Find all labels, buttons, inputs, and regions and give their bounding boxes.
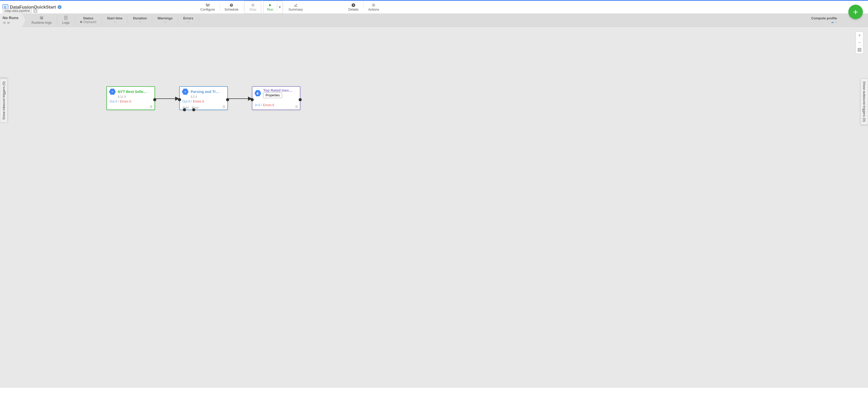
info-circle-icon: i xyxy=(351,3,355,7)
svg-rect-19 xyxy=(859,49,860,51)
node-1-menu-icon[interactable]: ≡ xyxy=(150,105,152,108)
runs-navigator: No Runs ◀ ▶ xyxy=(0,13,22,27)
runtime-args-label: Runtime Args xyxy=(32,21,52,25)
logs-button[interactable]: Logs xyxy=(57,15,75,25)
actions-button[interactable]: Actions xyxy=(364,1,384,13)
node-3-in-port[interactable] xyxy=(251,98,254,101)
node-2-title: Parsing and Tr… xyxy=(191,90,225,94)
document-icon xyxy=(64,16,68,21)
node-source[interactable]: = NYT Best Selle… 0.11.3 Out 0 / Errors … xyxy=(106,86,155,110)
node-2-in-port[interactable] xyxy=(178,98,181,101)
pipeline-canvas[interactable]: + − Show inbound triggers (0) Show outbo… xyxy=(0,27,868,406)
stop-button[interactable]: Stop xyxy=(245,1,261,13)
compute-value: -- xyxy=(835,20,837,24)
status-value: Deployed xyxy=(83,20,96,24)
node-2-out-port[interactable] xyxy=(226,98,229,101)
summary-button[interactable]: Summary xyxy=(284,1,308,13)
svg-point-3 xyxy=(206,4,207,5)
status-label: Status xyxy=(83,16,94,20)
node-3-out-port[interactable] xyxy=(299,98,302,101)
svg-point-4 xyxy=(207,5,208,6)
cloud-icon: ☁ xyxy=(831,20,834,24)
node-3-menu-icon[interactable]: ≡ xyxy=(295,105,298,108)
sliders-icon xyxy=(206,3,210,7)
svg-rect-18 xyxy=(858,48,861,52)
gear-icon xyxy=(371,3,376,7)
no-runs-label: No Runs xyxy=(3,15,20,20)
add-tag-button[interactable]: + xyxy=(33,9,37,13)
svg-marker-8 xyxy=(269,4,272,6)
details-label: Details xyxy=(348,7,359,11)
gcs-icon: = xyxy=(109,88,116,95)
start-time-cell: Start time -- xyxy=(102,15,128,25)
node-1-out-port[interactable] xyxy=(153,98,156,101)
configure-label: Configure xyxy=(200,7,215,11)
chart-icon xyxy=(294,3,298,7)
runtime-args-button[interactable]: M Runtime Args xyxy=(26,15,57,25)
play-icon xyxy=(269,3,272,7)
summary-label: Summary xyxy=(288,7,303,11)
status-bar: No Runs ◀ ▶ M Runtime Args Logs Status D… xyxy=(0,13,868,27)
top-toolbar: E DataFusionQuickStart i cdap-data-pipel… xyxy=(0,0,868,13)
outbound-triggers-tab[interactable]: Show outbound triggers (0) xyxy=(861,79,868,125)
inbound-triggers-tab[interactable]: Show inbound triggers (0) xyxy=(0,79,7,123)
node-1-title: NYT Best Selle… xyxy=(118,90,152,94)
node-3-properties-button[interactable]: Properties xyxy=(263,92,282,98)
details-button[interactable]: i Details xyxy=(344,1,363,13)
node-3-in: In 0 xyxy=(255,103,260,107)
stop-icon xyxy=(251,3,255,7)
bigquery-icon: ◐ xyxy=(254,90,261,97)
zoom-in-button[interactable]: + xyxy=(856,32,863,39)
clock-icon xyxy=(229,3,234,7)
pipeline-type-tag[interactable]: cdap-data-pipeline xyxy=(3,8,32,13)
add-fab-button[interactable]: + xyxy=(848,5,863,19)
wrangler-icon: ⌗ xyxy=(182,88,189,95)
node-2-errors: Errors 0 xyxy=(193,100,204,103)
compute-label: Compute profile xyxy=(811,16,837,20)
zoom-controls: + − xyxy=(856,32,863,54)
node-sink[interactable]: ◐ Top Rated Inex… Properties In 0 / Erro… xyxy=(252,86,301,110)
schedule-label: Schedule xyxy=(224,7,239,11)
compute-profile[interactable]: Compute profile ☁-- xyxy=(811,16,837,24)
node-transform[interactable]: ⌗ Parsing and Tr… 3.2.3 Out 0 / Errors 0… xyxy=(179,86,228,110)
schedule-button[interactable]: Schedule xyxy=(220,1,243,13)
next-run-button[interactable]: ▶ xyxy=(7,21,10,25)
svg-rect-7 xyxy=(252,4,254,6)
info-icon[interactable]: i xyxy=(58,5,61,9)
node-1-version: 0.11.3 xyxy=(107,95,154,98)
fit-screen-button[interactable] xyxy=(856,46,863,54)
node-2-alert-port[interactable] xyxy=(183,108,186,111)
stop-label: Stop xyxy=(249,7,256,11)
status-dot-icon xyxy=(80,21,82,23)
node-2-version: 3.2.3 xyxy=(180,95,227,98)
warnings-cell: Warnings -- xyxy=(152,15,178,25)
node-2-menu-icon[interactable]: ≡ xyxy=(222,105,225,108)
configure-button[interactable]: Configure xyxy=(196,1,220,13)
node-3-errors: Errors 0 xyxy=(263,103,274,107)
run-label: Run xyxy=(267,7,273,11)
svg-point-5 xyxy=(209,4,209,5)
node-1-out: Out 0 xyxy=(110,100,117,103)
bottom-panel xyxy=(0,387,868,406)
args-icon: M xyxy=(39,16,44,21)
svg-text:M: M xyxy=(41,17,43,19)
node-1-errors: Errors 0 xyxy=(120,100,131,103)
svg-point-11 xyxy=(373,5,374,6)
node-2-error-port[interactable] xyxy=(192,108,195,111)
duration-cell: Duration -- xyxy=(128,15,152,25)
zoom-out-button[interactable]: − xyxy=(856,39,863,46)
svg-text:i: i xyxy=(353,4,354,7)
run-button[interactable]: Run xyxy=(264,1,277,13)
errors-cell: Errors -- xyxy=(178,15,199,25)
node-3-title: Top Rated Inex… xyxy=(263,88,298,92)
actions-label: Actions xyxy=(368,7,379,11)
status-cell: Status Deployed xyxy=(75,15,102,25)
logs-label: Logs xyxy=(62,21,69,25)
prev-run-button[interactable]: ◀ xyxy=(3,21,5,25)
run-dropdown[interactable]: ▾ xyxy=(277,3,282,11)
node-2-out: Out 0 xyxy=(182,100,190,103)
